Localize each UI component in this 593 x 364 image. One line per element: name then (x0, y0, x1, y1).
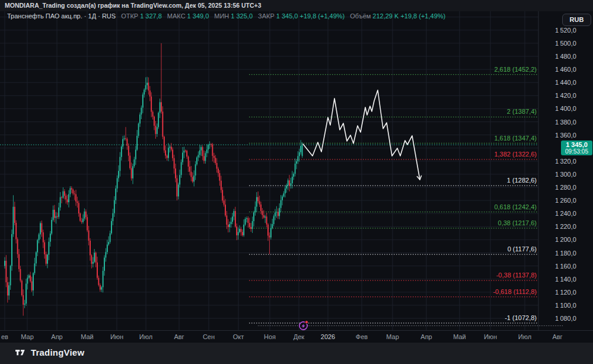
fib-level-label: 1 (1282,6) (507, 177, 537, 184)
time-tick: Июл (518, 333, 531, 340)
tradingview-logo-text: TradingView (31, 347, 84, 357)
time-tick: Июн (484, 333, 497, 340)
alert-lightning-icon[interactable] (299, 321, 308, 330)
price-tick: 1 380,0 (538, 119, 593, 126)
price-tick: 1 160,0 (538, 263, 593, 270)
legend-field-value: 1 345,0 (276, 12, 298, 20)
ohlc-values: ОТКР1 327,8МАКС1 349,0МИН1 325,0ЗАКР1 34… (116, 12, 445, 20)
footer-bar: TradingView (0, 343, 593, 364)
price-tick: 1 360,0 (538, 132, 593, 139)
legend-field-value: 212,29 K (372, 12, 398, 20)
time-tick: Сен (203, 333, 215, 340)
alert-badge-dot (305, 321, 308, 324)
price-tick: 1 240,0 (538, 210, 593, 217)
currency-button[interactable]: RUB (562, 14, 591, 26)
fib-level-label: -0,38 (1137,8) (496, 272, 537, 279)
symbol-legend: Транснефть ПАО акц.пр. · 1Д · RUS ОТКР1 … (7, 12, 445, 20)
price-chart-canvas[interactable]: 2,618 (1452,2)2 (1387,4)1,618 (1347,4)1,… (0, 0, 593, 330)
fib-level-label: 0 (1177,6) (508, 245, 537, 253)
price-tick: 1 480,0 (538, 53, 593, 60)
legend-field-value: 1 325,0 (231, 12, 253, 20)
time-tick: Дек (294, 333, 304, 340)
time-tick: Апр (51, 333, 62, 340)
price-tick: 1 420,0 (538, 92, 593, 99)
fib-level-label: 2 (1387,4) (507, 108, 537, 115)
price-tick: 1 120,0 (538, 289, 593, 296)
time-tick: Май (81, 333, 94, 340)
price-tick: 1 320,0 (538, 158, 593, 165)
attribution-text: MONDIARA_Trading создал(а) график на Tra… (5, 2, 262, 9)
legend-field-value: 1 327,8 (140, 12, 162, 20)
legend-field-value: +19,8 (+1,49%) (299, 12, 345, 20)
legend-field-label: МАКС (167, 12, 186, 20)
time-tick: ев (1, 333, 8, 340)
time-tick: 2026 (321, 333, 335, 340)
tradingview-logo[interactable]: TradingView (15, 347, 84, 357)
price-tick: 1 520,0 (538, 27, 593, 34)
price-tick: 1 220,0 (538, 223, 593, 230)
price-tick: 1 500,0 (538, 40, 593, 47)
fib-level-label: 2,618 (1452,2) (494, 66, 537, 73)
attribution-bar: MONDIARA_Trading создал(а) график на Tra… (0, 0, 593, 11)
price-tick: 1 260,0 (538, 197, 593, 204)
legend-field-label: ОТКР (121, 12, 138, 20)
fib-level-label: -1 (1072,8) (505, 314, 537, 321)
time-tick: Мар (386, 333, 399, 340)
fib-level-label: 0,38 (1217,6) (498, 219, 537, 226)
time-tick: Авг (552, 333, 562, 340)
time-tick: Июл (139, 333, 152, 340)
time-axis[interactable]: евМарАпрМайИюнИюлАвгСенОктНояДек2026ФевМ… (0, 330, 593, 343)
tradingview-chart-window: 2,618 (1452,2)2 (1387,4)1,618 (1347,4)1,… (0, 0, 593, 364)
time-tick: Апр (420, 333, 432, 340)
legend-field-label: ЗАКР (258, 12, 275, 20)
legend-field-value: +19,8 (+1,49%) (400, 12, 445, 20)
time-tick: Ноя (264, 333, 276, 340)
time-tick: Окт (233, 333, 244, 340)
legend-field-label: Объём (350, 12, 371, 20)
time-tick: Мар (21, 333, 34, 340)
price-tick: 1 180,0 (538, 250, 593, 257)
fib-level-label: -0,618 (1112,8) (493, 288, 537, 295)
time-tick: Май (453, 333, 466, 340)
time-tick: Фев (356, 333, 368, 340)
projection-arrowhead (420, 175, 422, 180)
legend-field-value: 1 349,0 (187, 12, 209, 20)
legend-field-label: МИН (214, 12, 229, 20)
price-tick: 1 200,0 (538, 236, 593, 243)
price-tick: 1 400,0 (538, 105, 593, 112)
fib-level-label: 0,618 (1242,4) (494, 203, 537, 210)
price-tick: 1 140,0 (538, 276, 593, 283)
tradingview-logo-icon (15, 348, 27, 357)
price-tick: 1 280,0 (538, 184, 593, 191)
bar-countdown: 09:53:05 (561, 149, 592, 155)
time-tick: Июн (110, 333, 123, 340)
price-axis[interactable]: RUB 1 520,01 500,01 480,01 460,01 440,01… (538, 11, 593, 330)
price-tick: 1 300,0 (538, 171, 593, 178)
candlestick-series (4, 43, 302, 316)
symbol-title: Транснефть ПАО акц.пр. · 1Д · RUS (7, 12, 116, 20)
time-tick: Авг (174, 333, 184, 340)
last-price-label[interactable]: 1 345,0 09:53:05 (561, 141, 592, 155)
price-tick: 1 440,0 (538, 79, 593, 86)
price-tick: 1 100,0 (538, 302, 593, 309)
price-tick: 1 460,0 (538, 66, 593, 73)
fib-level-label: 1,618 (1347,4) (494, 135, 537, 142)
fib-level-label: 1,382 (1322,6) (494, 151, 537, 158)
price-tick: 1 080,0 (538, 315, 593, 322)
